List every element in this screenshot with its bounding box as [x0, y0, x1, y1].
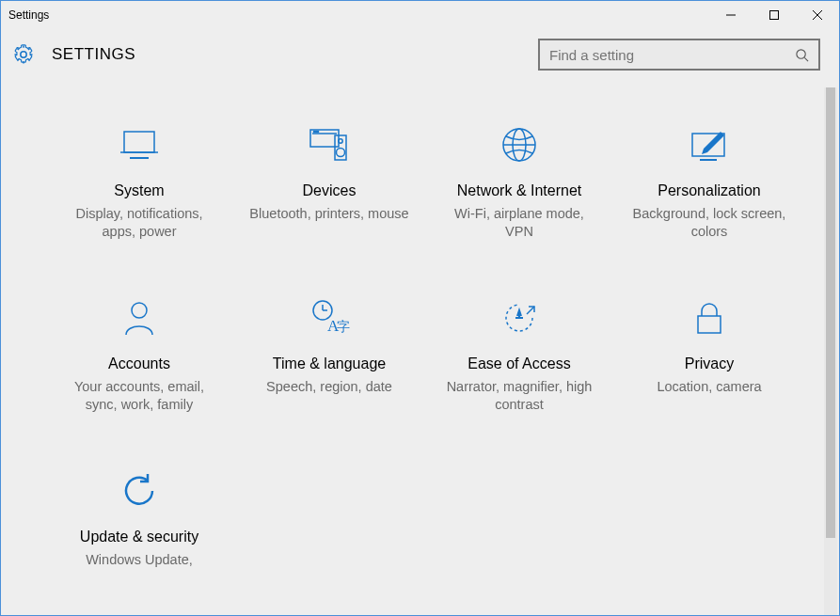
svg-point-16 [339, 139, 342, 143]
tile-desc: Bluetooth, printers, mouse [249, 205, 408, 224]
svg-point-5 [797, 49, 805, 57]
globe-icon [497, 121, 542, 168]
tile-desc: Display, notifications, apps, power [59, 205, 219, 242]
search-box[interactable] [538, 39, 820, 71]
svg-point-17 [337, 149, 345, 157]
tile-title: Devices [303, 182, 357, 201]
close-button[interactable] [796, 1, 839, 29]
tile-desc: Narrator, magnifier, high contrast [439, 378, 599, 415]
lock-icon [687, 294, 732, 341]
svg-text:字: 字 [337, 320, 350, 334]
tile-update-security[interactable]: Update & security Windows Update, [46, 467, 232, 569]
tile-title: System [114, 182, 164, 201]
tile-system[interactable]: System Display, notifications, apps, pow… [46, 121, 232, 242]
svg-rect-29 [698, 316, 721, 333]
svg-point-14 [317, 131, 318, 132]
svg-point-13 [315, 131, 316, 132]
scrollbar[interactable] [824, 87, 837, 616]
tile-title: Privacy [685, 355, 734, 374]
tile-desc: Wi-Fi, airplane mode, VPN [439, 205, 599, 242]
time-language-icon: A 字 [307, 294, 352, 341]
search-icon [795, 48, 809, 62]
tile-title: Update & security [80, 528, 198, 547]
svg-rect-1 [770, 11, 779, 20]
tile-title: Accounts [108, 355, 170, 374]
tile-time-language[interactable]: A 字 Time & language Speech, region, date [236, 294, 422, 415]
window-title: Settings [8, 8, 49, 22]
tile-title: Personalization [658, 182, 760, 201]
tile-desc: Windows Update, [86, 551, 193, 570]
settings-grid: System Display, notifications, apps, pow… [1, 87, 839, 569]
svg-point-23 [132, 303, 147, 318]
personalization-icon [687, 121, 732, 168]
tile-title: Network & Internet [457, 182, 582, 201]
tile-devices[interactable]: Devices Bluetooth, printers, mouse [236, 121, 422, 242]
svg-point-12 [313, 131, 314, 132]
header: SETTINGS [1, 29, 839, 87]
scrollbar-thumb[interactable] [826, 87, 835, 538]
gear-icon [12, 43, 35, 66]
minimize-button[interactable] [709, 1, 753, 29]
accounts-icon [117, 294, 162, 341]
tile-ease-of-access[interactable]: Ease of Access Narrator, magnifier, high… [426, 294, 612, 415]
tile-privacy[interactable]: Privacy Location, camera [616, 294, 802, 415]
content-area: System Display, notifications, apps, pow… [1, 87, 839, 616]
tile-title: Ease of Access [468, 355, 570, 374]
page-title: SETTINGS [52, 45, 538, 64]
search-input[interactable] [549, 47, 795, 63]
tile-personalization[interactable]: Personalization Background, lock screen,… [616, 121, 802, 242]
devices-icon [307, 121, 352, 168]
maximize-button[interactable] [753, 1, 796, 29]
tile-desc: Speech, region, date [266, 378, 392, 397]
svg-point-4 [21, 52, 26, 57]
tile-desc: Location, camera [657, 378, 761, 397]
tile-desc: Your accounts, email, sync, work, family [59, 378, 219, 415]
tile-network[interactable]: Network & Internet Wi-Fi, airplane mode,… [426, 121, 612, 242]
ease-of-access-icon [497, 294, 542, 341]
system-icon [117, 121, 162, 168]
tile-title: Time & language [273, 355, 386, 374]
svg-rect-7 [124, 132, 154, 152]
tile-desc: Background, lock screen, colors [629, 205, 789, 242]
svg-line-6 [804, 57, 808, 61]
tile-accounts[interactable]: Accounts Your accounts, email, sync, wor… [46, 294, 232, 415]
update-icon [117, 467, 162, 514]
titlebar: Settings [1, 1, 839, 29]
